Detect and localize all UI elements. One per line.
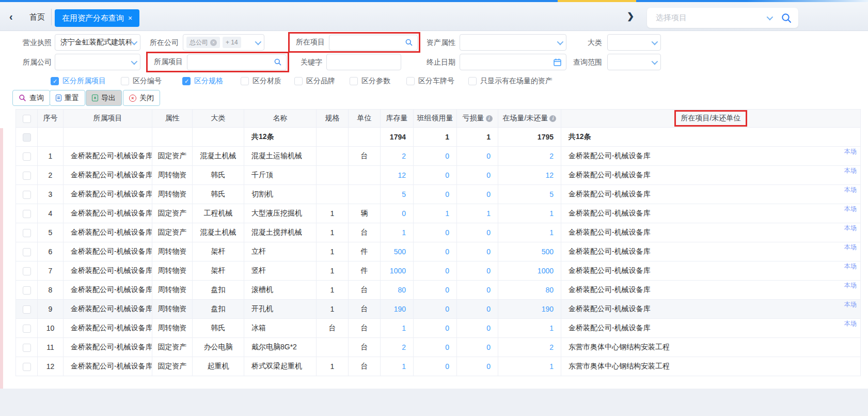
close-icon[interactable]: ×: [128, 14, 132, 22]
business-license-select[interactable]: 济宁金虹装配式建筑科: [55, 34, 140, 51]
team-usage-link[interactable]: 0: [445, 248, 449, 256]
stock-link[interactable]: 1: [402, 324, 406, 332]
team-usage-link[interactable]: 0: [445, 305, 449, 313]
checkbox-distinguish-material[interactable]: 区分材质: [241, 76, 281, 86]
team-usage-link[interactable]: 0: [445, 152, 449, 160]
row-checkbox[interactable]: [23, 363, 31, 371]
search-icon[interactable]: [781, 12, 792, 24]
own-project-search-input[interactable]: [187, 54, 287, 70]
onsite-link[interactable]: 本场: [844, 243, 857, 252]
row-checkbox[interactable]: [23, 152, 31, 161]
project-at-search-input[interactable]: [329, 35, 418, 51]
team-usage-link[interactable]: 1: [445, 209, 449, 218]
asset-attr-select[interactable]: [460, 34, 566, 51]
onsite-link[interactable]: 本场: [844, 300, 857, 309]
onsite-qty-link[interactable]: 1: [549, 324, 554, 332]
keyword-input[interactable]: [326, 54, 401, 70]
stock-link[interactable]: 190: [394, 305, 406, 313]
query-button[interactable]: 查询: [12, 90, 50, 106]
onsite-link[interactable]: 本场: [844, 205, 857, 213]
tab-active[interactable]: 在用资产分布查询 ×: [55, 9, 139, 27]
select-all-checkbox[interactable]: [23, 115, 31, 123]
forward-icon[interactable]: ❯: [627, 11, 634, 22]
stock-link[interactable]: 2: [402, 152, 406, 160]
loss-link[interactable]: 0: [486, 343, 491, 351]
onsite-qty-link[interactable]: 500: [542, 248, 554, 256]
team-usage-link[interactable]: 0: [445, 324, 449, 332]
export-button[interactable]: X 导出: [86, 90, 122, 106]
loss-link[interactable]: 0: [486, 248, 491, 256]
row-checkbox[interactable]: [23, 305, 31, 314]
onsite-qty-link[interactable]: 5: [549, 190, 554, 198]
info-icon[interactable]: i: [486, 115, 493, 122]
team-usage-link[interactable]: 0: [445, 343, 449, 351]
loss-link[interactable]: 0: [486, 324, 491, 332]
row-checkbox[interactable]: [23, 267, 31, 275]
row-checkbox[interactable]: [23, 325, 31, 333]
onsite-qty-link[interactable]: 1: [549, 209, 554, 218]
team-usage-link[interactable]: 0: [445, 190, 449, 198]
stock-link[interactable]: 0: [402, 209, 406, 218]
stock-link[interactable]: 5: [402, 190, 406, 198]
onsite-qty-link[interactable]: 1: [549, 228, 554, 237]
query-scope-select[interactable]: [607, 54, 661, 70]
team-usage-link[interactable]: 0: [445, 228, 449, 237]
loss-link[interactable]: 0: [486, 152, 491, 160]
onsite-link[interactable]: 本场: [844, 224, 857, 233]
checkbox-distinguish-plate[interactable]: 区分车牌号: [406, 76, 454, 86]
team-usage-link[interactable]: 0: [445, 362, 449, 371]
loss-link[interactable]: 0: [486, 305, 491, 313]
stock-link[interactable]: 1000: [390, 267, 406, 275]
team-usage-link[interactable]: 0: [445, 286, 449, 294]
checkbox-distinguish-brand[interactable]: 区分品牌: [294, 76, 335, 86]
row-checkbox[interactable]: [23, 286, 31, 295]
tag-close-icon[interactable]: ×: [210, 39, 217, 46]
stock-link[interactable]: 80: [398, 286, 406, 294]
onsite-qty-link[interactable]: 80: [545, 286, 554, 294]
onsite-qty-link[interactable]: 190: [542, 305, 554, 313]
back-icon[interactable]: ‹: [9, 11, 13, 23]
own-company-select[interactable]: [55, 54, 140, 70]
onsite-link[interactable]: 本场: [844, 186, 857, 194]
onsite-link[interactable]: 本场: [844, 147, 857, 156]
checkbox-only-onsite[interactable]: 只显示有在场量的资产: [468, 76, 553, 86]
loss-link[interactable]: 0: [486, 171, 491, 179]
checkbox-distinguish-spec[interactable]: 区分规格: [182, 76, 223, 86]
stock-link[interactable]: 2: [402, 343, 406, 351]
row-checkbox[interactable]: [23, 229, 31, 237]
checkbox-distinguish-project[interactable]: 区分所属项目: [51, 76, 106, 86]
onsite-qty-link[interactable]: 2: [549, 343, 554, 351]
onsite-qty-link[interactable]: 1: [549, 362, 554, 371]
loss-link[interactable]: 1: [486, 209, 491, 218]
onsite-qty-link[interactable]: 12: [545, 171, 554, 179]
checkbox-distinguish-param[interactable]: 区分参数: [350, 76, 390, 86]
company-multiselect[interactable]: 总公司 × + 14: [183, 34, 264, 51]
loss-link[interactable]: 0: [486, 228, 491, 237]
info-icon[interactable]: i: [549, 115, 556, 122]
team-usage-link[interactable]: 0: [445, 171, 449, 179]
end-date-input[interactable]: [460, 54, 566, 70]
onsite-link[interactable]: 本场: [844, 319, 857, 328]
close-button[interactable]: × 关闭: [123, 90, 160, 106]
onsite-qty-link[interactable]: 2: [549, 152, 554, 160]
row-checkbox[interactable]: [23, 191, 31, 199]
onsite-link[interactable]: 本场: [844, 166, 857, 175]
row-checkbox[interactable]: [23, 210, 31, 218]
tab-home[interactable]: 首页: [25, 9, 50, 25]
team-usage-link[interactable]: 0: [445, 267, 449, 275]
loss-link[interactable]: 0: [486, 190, 491, 198]
stock-link[interactable]: 1: [402, 228, 406, 237]
checkbox-distinguish-number[interactable]: 区分编号: [121, 76, 162, 86]
loss-link[interactable]: 0: [486, 267, 491, 275]
row-checkbox[interactable]: [23, 248, 31, 256]
stock-link[interactable]: 500: [394, 248, 406, 256]
stock-link[interactable]: 1: [402, 362, 406, 371]
stock-link[interactable]: 12: [398, 171, 406, 179]
row-checkbox[interactable]: [23, 344, 31, 352]
reset-button[interactable]: 重置: [50, 90, 85, 106]
row-checkbox[interactable]: [23, 172, 31, 180]
onsite-link[interactable]: 本场: [844, 281, 857, 290]
onsite-link[interactable]: 本场: [844, 262, 857, 271]
onsite-qty-link[interactable]: 1000: [538, 267, 554, 275]
loss-link[interactable]: 0: [486, 286, 491, 294]
